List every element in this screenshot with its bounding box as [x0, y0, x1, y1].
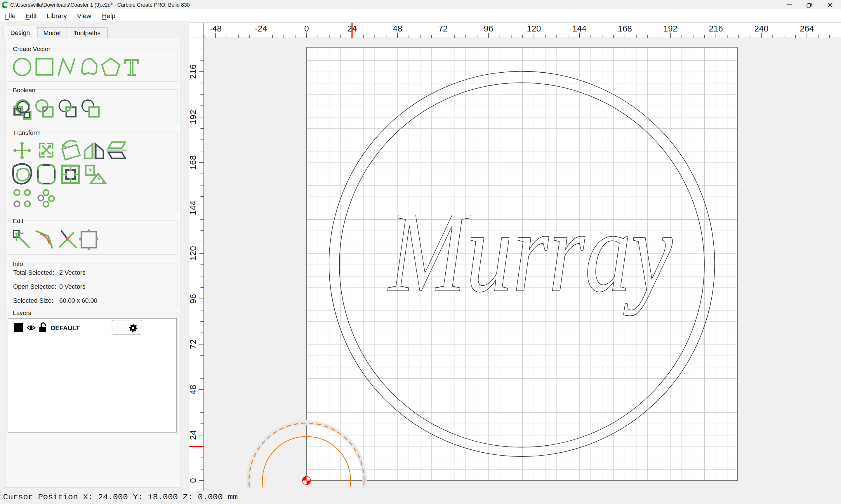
svg-text:120: 120	[527, 24, 541, 33]
svg-text:Cursor Position X: 24.000 Y: 1: Cursor Position X: 24.000 Y: 18.000 Z: 0…	[3, 492, 238, 502]
svg-text:Murray: Murray	[387, 187, 673, 316]
svg-text:File: File	[5, 12, 16, 20]
svg-text:C:\Users\willa\Downloads\Coast: C:\Users\willa\Downloads\Coaster 1 (3).c…	[10, 2, 190, 8]
svg-text:Edit: Edit	[25, 12, 37, 20]
svg-text:48: 48	[393, 24, 402, 33]
svg-text:48: 48	[188, 385, 198, 394]
svg-text:Create Vector: Create Vector	[13, 46, 50, 52]
svg-text:0: 0	[304, 24, 309, 33]
svg-text:60.00 x 60.00: 60.00 x 60.00	[59, 297, 97, 304]
svg-text:Help: Help	[102, 12, 115, 20]
svg-text:Open Selected:: Open Selected:	[13, 283, 56, 290]
svg-text:0 Vectors: 0 Vectors	[59, 283, 86, 290]
svg-text:240: 240	[754, 24, 768, 33]
svg-text:Info: Info	[13, 260, 23, 267]
svg-text:Model: Model	[44, 30, 61, 37]
svg-text:T: T	[124, 54, 139, 80]
svg-text:Design: Design	[11, 30, 30, 36]
svg-text:-24: -24	[255, 24, 267, 33]
svg-text:Edit: Edit	[13, 218, 23, 224]
svg-text:DEFAULT: DEFAULT	[51, 324, 80, 331]
svg-text:72: 72	[438, 24, 448, 33]
svg-text:264: 264	[800, 24, 814, 33]
svg-text:192: 192	[664, 24, 677, 33]
svg-text:Total Selected:: Total Selected:	[13, 269, 54, 276]
svg-text:Layers: Layers	[13, 309, 31, 316]
svg-text:216: 216	[188, 65, 198, 79]
svg-text:24: 24	[188, 430, 198, 440]
svg-text:216: 216	[709, 24, 723, 33]
svg-text:2 Vectors: 2 Vectors	[59, 269, 86, 276]
svg-text:0: 0	[188, 478, 198, 483]
svg-text:96: 96	[484, 24, 493, 33]
svg-text:-48: -48	[209, 24, 222, 33]
svg-text:192: 192	[188, 110, 198, 124]
svg-text:View: View	[77, 12, 91, 20]
svg-text:168: 168	[618, 24, 632, 33]
svg-text:72: 72	[188, 340, 198, 349]
svg-text:144: 144	[572, 24, 586, 33]
svg-text:Boolean: Boolean	[13, 87, 35, 93]
svg-text:120: 120	[188, 246, 198, 261]
svg-text:168: 168	[188, 155, 198, 170]
svg-text:144: 144	[188, 201, 198, 215]
svg-text:Selected Size:: Selected Size:	[13, 297, 53, 304]
svg-text:Library: Library	[47, 12, 67, 20]
svg-text:Transform: Transform	[13, 129, 40, 136]
svg-text:96: 96	[188, 294, 198, 304]
svg-text:Toolpaths: Toolpaths	[73, 30, 101, 37]
